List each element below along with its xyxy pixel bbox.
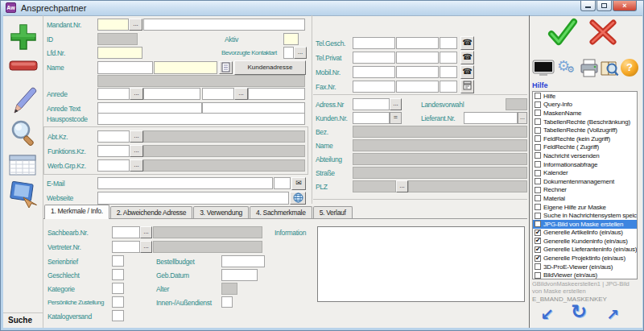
- add-button[interactable]: [9, 23, 38, 55]
- delete-button[interactable]: [9, 60, 38, 75]
- adress-browse-button[interactable]: ...: [390, 98, 402, 110]
- redo-arrow-button[interactable]: ↗: [606, 305, 619, 324]
- help-item[interactable]: JPG-Bild von Maske erstellen: [533, 220, 637, 229]
- help-item[interactable]: TabellenRechte (Beschränkung): [533, 118, 637, 126]
- email-extra-input[interactable]: [274, 177, 291, 189]
- anrede-browse-button-2[interactable]: ...: [234, 88, 248, 100]
- help-item[interactable]: Material: [533, 194, 637, 203]
- help-item[interactable]: Generelle Lieferanteninfo (ein/aus): [533, 246, 637, 254]
- lieferant-browse-button[interactable]: ...: [518, 112, 527, 124]
- table-button[interactable]: [9, 154, 36, 180]
- anrede-code-input-1[interactable]: [97, 88, 130, 100]
- fax-send-button[interactable]: [460, 80, 474, 93]
- bestellbudget-input[interactable]: [221, 255, 265, 267]
- edit-button[interactable]: [8, 84, 39, 119]
- webseite-input[interactable]: [97, 192, 289, 205]
- kunden-input[interactable]: [353, 112, 390, 124]
- tab-merkmale-info[interactable]: 1. Merkmale / Info.: [44, 205, 109, 219]
- kategorie-input[interactable]: [112, 283, 124, 294]
- funktionskz-browse-button[interactable]: ...: [130, 145, 143, 157]
- adress-input[interactable]: [353, 98, 390, 110]
- tel-gesch-dial-button[interactable]: ☎: [460, 36, 474, 50]
- pers-zustellung-checkbox[interactable]: [112, 296, 124, 308]
- anrede-browse-button-1[interactable]: ...: [130, 88, 143, 100]
- help-item[interactable]: Suche in Nachrichtensystem speic: [533, 211, 637, 220]
- anrede-text-field-2[interactable]: [248, 88, 305, 100]
- help-item[interactable]: Generelle Artikelinfo (ein/aus): [533, 229, 637, 238]
- werbgrpkz-input[interactable]: [97, 159, 130, 172]
- help-item[interactable]: Kalender: [533, 168, 637, 177]
- abtkz-input[interactable]: [97, 130, 130, 143]
- mobil-input-2[interactable]: [396, 66, 439, 78]
- help-item[interactable]: TabellenRechte (Vollzugriff): [533, 126, 637, 134]
- tel-gesch-input-1[interactable]: [353, 37, 395, 49]
- help-item[interactable]: BildViewer (ein/aus): [533, 271, 637, 279]
- help-item[interactable]: Generelle Kundeninfo (ein/aus): [533, 237, 637, 246]
- print-button[interactable]: [580, 59, 599, 81]
- aktiv-input[interactable]: [283, 33, 299, 45]
- tel-privat-input-3[interactable]: [440, 52, 457, 64]
- tel-privat-dial-button[interactable]: ☎: [460, 51, 474, 64]
- lfd-input[interactable]: [97, 47, 142, 59]
- help-item[interactable]: 3D-ProE-Viewer (ein/aus): [533, 263, 637, 271]
- pick-address-button[interactable]: [8, 181, 39, 213]
- tel-privat-input-2[interactable]: [396, 52, 439, 64]
- fax-input-3[interactable]: [440, 81, 457, 93]
- vertreter-browse-button[interactable]: ...: [140, 241, 152, 253]
- mobil-input-3[interactable]: [440, 66, 457, 78]
- settings-button[interactable]: ⚙ ⚙: [557, 57, 570, 75]
- tab-abweichende-adresse[interactable]: 2. Abweichende Adresse: [110, 206, 193, 219]
- tab-sachmerkmale[interactable]: 4. Sachmerkmale: [250, 206, 312, 219]
- email-send-button[interactable]: ✉: [291, 177, 306, 190]
- vertreter-input[interactable]: [112, 241, 140, 253]
- mandant-browse-button[interactable]: ...: [129, 19, 142, 31]
- webseite-open-button[interactable]: [290, 192, 306, 205]
- mobil-dial-button[interactable]: ☎: [460, 65, 474, 79]
- fax-input-2[interactable]: [396, 81, 439, 93]
- help-item[interactable]: Dokumentenmanagement: [533, 177, 637, 186]
- abtkz-browse-button[interactable]: ...: [130, 130, 143, 143]
- mobil-input-1[interactable]: [353, 66, 395, 78]
- serienbrief-checkbox[interactable]: [112, 255, 124, 267]
- help-item[interactable]: Informationsabfrage: [533, 160, 637, 169]
- gebdatum-input[interactable]: [221, 269, 258, 281]
- refresh-arrow-button[interactable]: ↻: [571, 300, 587, 323]
- geschlecht-input[interactable]: [112, 269, 124, 280]
- hauspostcode-input[interactable]: [97, 113, 305, 125]
- plz-browse-button[interactable]: ...: [396, 180, 408, 192]
- monitor-button[interactable]: [532, 60, 555, 81]
- help-item[interactable]: FeldRechte ( Zugriff): [533, 143, 637, 152]
- search-button[interactable]: [7, 118, 39, 154]
- tel-gesch-input-3[interactable]: [440, 37, 457, 49]
- funktionskz-input[interactable]: [97, 145, 130, 157]
- help-item[interactable]: Hilfe: [533, 92, 637, 101]
- kontaktart-input[interactable]: [283, 47, 294, 59]
- confirm-button[interactable]: [547, 18, 578, 50]
- tel-gesch-input-2[interactable]: [396, 37, 439, 49]
- fax-input-1[interactable]: [353, 81, 395, 93]
- help-button[interactable]: ?: [621, 59, 638, 77]
- help-item[interactable]: Nachricht versenden: [533, 151, 637, 160]
- tel-privat-input-1[interactable]: [353, 52, 395, 64]
- werbgrpkz-browse-button[interactable]: ...: [130, 159, 143, 172]
- sachbearb-input[interactable]: [112, 226, 140, 238]
- kunden-equals-button[interactable]: =: [390, 112, 402, 124]
- name-input-2[interactable]: [154, 61, 217, 74]
- sachbearb-browse-button[interactable]: ...: [140, 226, 152, 238]
- katalogversand-checkbox[interactable]: [112, 310, 124, 321]
- mandant-input[interactable]: [97, 19, 129, 31]
- minimize-button[interactable]: [580, 1, 596, 11]
- help-item[interactable]: MaskenName: [533, 109, 637, 118]
- help-item[interactable]: FeldRechte (kein Zugriff): [533, 134, 637, 143]
- lieferant-input[interactable]: [464, 112, 518, 124]
- anrede-text-field-1[interactable]: [143, 88, 200, 100]
- close-button[interactable]: ×: [613, 1, 637, 11]
- tab-verwendung[interactable]: 3. Verwendung: [193, 206, 249, 219]
- anrede-code-input-2[interactable]: [202, 88, 234, 100]
- maximize-button[interactable]: [597, 1, 612, 11]
- help-item[interactable]: Eigene Hilfe zur Maske: [533, 203, 637, 212]
- name-document-button[interactable]: [219, 61, 233, 74]
- help-item[interactable]: Generelle Projektinfo (ein/aus): [533, 254, 637, 263]
- kontaktart-browse-button[interactable]: ...: [294, 47, 307, 59]
- email-input[interactable]: [97, 177, 273, 189]
